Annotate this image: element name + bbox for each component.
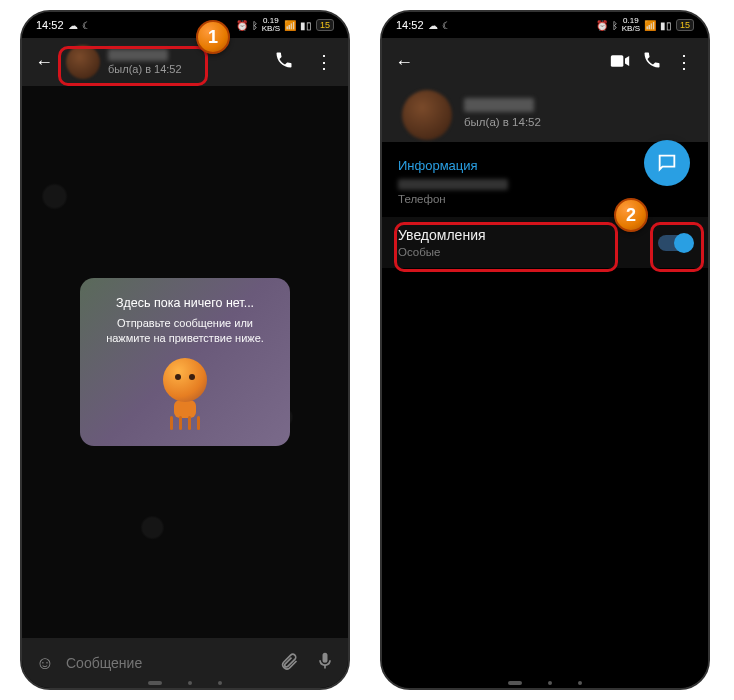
bluetooth-icon: ᛒ [612,20,618,31]
status-bar: 14:52 ☁ ☾ ⏰ ᛒ 0.19KB/S 📶 ▮▯ 15 [382,12,708,38]
more-menu-button[interactable]: ⋮ [668,51,700,73]
android-nav-bar [148,681,222,685]
signal-icon: ▮▯ [300,20,312,31]
net-speed: 0.19KB/S [622,17,640,33]
voice-button[interactable] [310,651,340,676]
svg-rect-0 [611,55,624,67]
phone-label: Телефон [382,190,708,217]
contact-header-tap-area[interactable]: был(а) в 14:52 [108,49,260,75]
notifications-toggle[interactable] [658,235,692,251]
empty-subtitle: Отправьте сообщение или нажмите на приве… [94,316,276,346]
status-bar: 14:52 ☁ ☾ ⏰ ᛒ 0.19KB/S 📶 ▮▯ 15 [22,12,348,38]
back-button[interactable]: ← [390,52,418,73]
profile-body: Информация Телефон Уведомления Особые [382,142,708,688]
status-time: 14:52 [396,19,424,31]
battery-indicator: 15 [676,19,694,31]
empty-title: Здесь пока ничего нет... [94,296,276,310]
phone-profile-screen: 14:52 ☁ ☾ ⏰ ᛒ 0.19KB/S 📶 ▮▯ 15 ← [380,10,710,690]
video-call-button[interactable] [604,52,636,73]
profile-avatar[interactable] [402,90,452,140]
alarm-icon: ⏰ [596,20,608,31]
phone-value[interactable] [398,179,508,190]
call-button[interactable] [268,50,300,75]
moon-icon: ☾ [82,20,91,31]
bluetooth-icon: ᛒ [252,20,258,31]
chat-header: ← был(а) в 14:52 ⋮ [22,38,348,86]
profile-header: ← ⋮ был(а) в 14:52 [382,38,708,142]
android-nav-bar [508,681,582,685]
contact-avatar[interactable] [66,45,100,79]
phone-chat-screen: 14:52 ☁ ☾ ⏰ ᛒ 0.19KB/S 📶 ▮▯ 15 ← был(а) … [20,10,350,690]
back-button[interactable]: ← [30,52,58,73]
weather-icon: ☁ [68,20,78,31]
message-fab[interactable] [644,140,690,186]
chat-body: Здесь пока ничего нет... Отправьте сообщ… [22,86,348,638]
greeting-sticker[interactable] [150,358,220,428]
signal-icon: ▮▯ [660,20,672,31]
call-button[interactable] [636,50,668,75]
moon-icon: ☾ [442,20,451,31]
empty-state-card[interactable]: Здесь пока ничего нет... Отправьте сообщ… [80,278,290,446]
wifi-icon: 📶 [284,20,296,31]
last-seen-label: был(а) в 14:52 [108,63,260,75]
more-menu-button[interactable]: ⋮ [308,51,340,73]
profile-last-seen: был(а) в 14:52 [464,116,700,128]
status-time: 14:52 [36,19,64,31]
attach-button[interactable] [274,651,304,676]
battery-indicator: 15 [316,19,334,31]
notifications-subtitle: Особые [398,246,658,258]
wifi-icon: 📶 [644,20,656,31]
message-input[interactable] [66,655,268,671]
notifications-title: Уведомления [398,227,658,243]
profile-name [464,98,534,112]
emoji-button[interactable]: ☺ [30,653,60,674]
alarm-icon: ⏰ [236,20,248,31]
contact-name [108,49,168,61]
net-speed: 0.19KB/S [262,17,280,33]
weather-icon: ☁ [428,20,438,31]
notifications-row[interactable]: Уведомления Особые [382,217,708,268]
